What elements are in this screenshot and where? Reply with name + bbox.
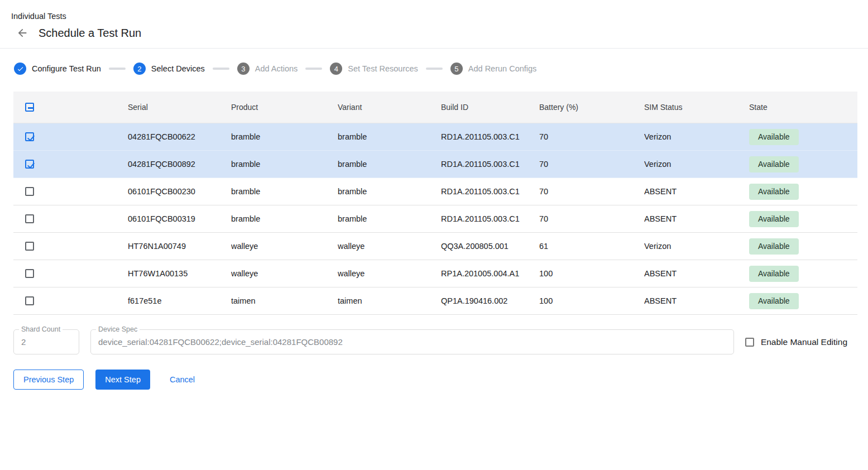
row-checkbox[interactable] [25,132,34,141]
step-select-devices[interactable]: 2 Select Devices [133,63,205,75]
table-row[interactable]: 04281FQCB00892 bramble bramble RD1A.2011… [13,151,857,178]
column-header-sim-status: SIM Status [644,103,749,112]
cell-serial: 04281FQCB00892 [128,160,231,169]
row-checkbox[interactable] [25,269,34,278]
stepper-connector [109,68,126,70]
device-spec-form: Shard Count 2 Device Spec device_serial:… [13,329,847,354]
cell-product: bramble [231,214,338,223]
column-header-variant: Variant [338,103,441,112]
state-badge: Available [749,156,799,172]
column-header-state: State [749,103,857,112]
row-checkbox[interactable] [25,187,34,196]
table-row[interactable]: HT76N1A00749 walleye walleye QQ3A.200805… [13,233,857,260]
shard-count-label: Shard Count [19,325,63,333]
cell-battery: 100 [539,296,644,305]
device-table: Serial Product Variant Build ID Battery … [13,92,857,315]
page-header: Individual Tests Schedule a Test Run [0,0,868,40]
cell-serial: f617e51e [128,296,231,305]
cell-serial: 06101FQCB00230 [128,187,231,196]
step-add-rerun-configs[interactable]: 5 Add Rerun Configs [450,63,537,75]
cell-sim-status: ABSENT [644,296,749,305]
cell-sim-status: Verizon [644,160,749,169]
cell-battery: 70 [539,187,644,196]
arrow-back-icon [16,27,28,39]
check-icon [17,65,24,73]
step-label: Add Actions [255,64,298,73]
cell-variant: bramble [338,132,441,141]
cell-sim-status: Verizon [644,242,749,251]
state-badge: Available [749,238,799,255]
step-5-circle: 5 [450,63,463,75]
stepper-connector [426,68,443,70]
cell-variant: bramble [338,214,441,223]
select-all-checkbox[interactable] [25,103,34,112]
cell-build-id: RD1A.201105.003.C1 [441,132,539,141]
step-3-circle: 3 [237,63,250,75]
state-badge: Available [749,266,799,282]
cell-sim-status: ABSENT [644,269,749,278]
row-checkbox[interactable] [25,160,34,169]
table-row[interactable]: 04281FQCB00622 bramble bramble RD1A.2011… [13,123,857,151]
cell-sim-status: ABSENT [644,214,749,223]
cell-sim-status: Verizon [644,132,749,141]
state-badge: Available [749,293,799,309]
cell-product: walleye [231,269,338,278]
step-label: Select Devices [151,64,205,73]
device-spec-field[interactable]: Device Spec device_serial:04281FQCB00622… [90,329,734,354]
column-header-product: Product [231,103,338,112]
stepper-connector [305,68,322,70]
cell-battery: 70 [539,214,644,223]
row-checkbox[interactable] [25,242,34,251]
wizard-actions: Previous Step Next Step Cancel [13,370,868,390]
step-label: Configure Test Run [32,64,101,73]
step-2-circle: 2 [133,63,146,75]
device-spec-label: Device Spec [96,325,140,333]
state-badge: Available [749,129,799,145]
cell-build-id: RD1A.201105.003.C1 [441,160,539,169]
cell-variant: taimen [338,296,441,305]
shard-count-field[interactable]: Shard Count 2 [13,329,79,354]
row-checkbox[interactable] [25,214,34,223]
cell-build-id: QP1A.190416.002 [441,296,539,305]
cell-build-id: QQ3A.200805.001 [441,242,539,251]
cell-build-id: RD1A.201105.003.C1 [441,187,539,196]
table-row[interactable]: 06101FQCB00230 bramble bramble RD1A.2011… [13,178,857,205]
cell-serial: HT76N1A00749 [128,242,231,251]
step-4-circle: 4 [330,63,342,75]
cell-variant: bramble [338,187,441,196]
enable-manual-editing-checkbox[interactable] [745,338,754,347]
table-row[interactable]: 06101FQCB00319 bramble bramble RD1A.2011… [13,205,857,233]
cell-build-id: RD1A.201105.003.C1 [441,214,539,223]
cell-product: bramble [231,132,338,141]
cell-variant: walleye [338,269,441,278]
cell-product: walleye [231,242,338,251]
enable-manual-editing-toggle[interactable]: Enable Manual Editing [745,337,847,347]
table-row[interactable]: f617e51e taimen taimen QP1A.190416.002 1… [13,287,857,315]
back-button[interactable] [16,26,29,40]
step-1-circle [14,63,26,75]
column-header-battery: Battery (%) [539,103,644,112]
column-header-serial: Serial [128,103,231,112]
cell-battery: 70 [539,132,644,141]
previous-step-button[interactable]: Previous Step [13,370,84,390]
cell-serial: HT76W1A00135 [128,269,231,278]
device-table-header-row: Serial Product Variant Build ID Battery … [13,92,857,123]
step-set-test-resources[interactable]: 4 Set Test Resources [330,63,418,75]
cancel-button[interactable]: Cancel [161,370,204,390]
step-configure-test-run[interactable]: Configure Test Run [14,63,101,75]
shard-count-value: 2 [21,337,26,347]
device-spec-value: device_serial:04281FQCB00622;device_seri… [98,337,343,347]
row-checkbox[interactable] [25,296,34,305]
breadcrumb[interactable]: Individual Tests [11,12,868,21]
state-badge: Available [749,211,799,227]
step-add-actions[interactable]: 3 Add Actions [237,63,298,75]
cell-serial: 04281FQCB00622 [128,132,231,141]
cell-battery: 61 [539,242,644,251]
table-row[interactable]: HT76W1A00135 walleye walleye RP1A.201005… [13,260,857,287]
cell-product: taimen [231,296,338,305]
cell-build-id: RP1A.201005.004.A1 [441,269,539,278]
next-step-button[interactable]: Next Step [95,370,150,390]
cell-product: bramble [231,187,338,196]
cell-product: bramble [231,160,338,169]
device-table-body: 04281FQCB00622 bramble bramble RD1A.2011… [13,123,857,315]
